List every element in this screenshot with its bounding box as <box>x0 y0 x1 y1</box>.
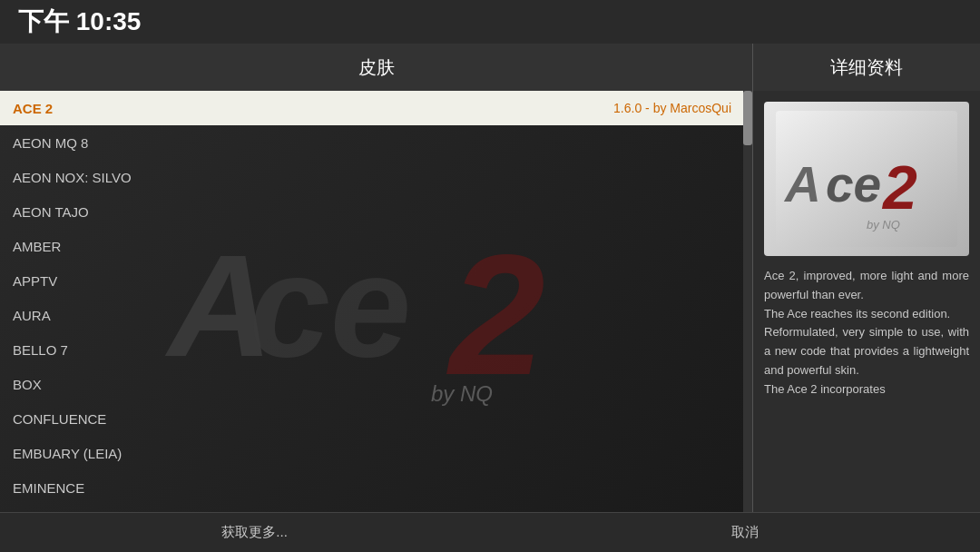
skin-list-item[interactable]: EMBUARY (LEIA) <box>0 436 744 470</box>
skin-item-name: AEON MQ 8 <box>13 135 88 151</box>
skin-list-item[interactable]: BELLO 7 <box>0 332 744 367</box>
skin-list[interactable]: ACE 21.6.0 - by MarcosQuiAEON MQ 8AEON N… <box>0 91 744 512</box>
skin-column-header: 皮肤 <box>0 44 753 91</box>
footer-bar: 获取更多... 取消 <box>0 512 980 552</box>
scrollbar-track[interactable] <box>743 91 752 512</box>
skin-list-item[interactable]: EMINENCE <box>0 470 744 505</box>
skin-list-item[interactable]: BOX <box>0 367 744 401</box>
skin-item-name: APPTV <box>13 273 57 289</box>
content-row: A ce 2 by NQ ACE 21.6.0 - by MarcosQuiAE… <box>0 91 980 512</box>
svg-text:by NQ: by NQ <box>867 218 900 232</box>
skin-list-item[interactable]: APPTV <box>0 263 744 298</box>
skin-item-name: CONFLUENCE <box>13 411 106 427</box>
skin-item-name: BOX <box>13 377 42 392</box>
skin-item-name: EMINENCE <box>13 480 84 496</box>
header-row: 皮肤 详细资料 <box>0 44 980 91</box>
skin-list-item[interactable]: CONFLUENCE <box>0 401 744 436</box>
svg-text:A: A <box>783 156 821 212</box>
left-panel: A ce 2 by NQ ACE 21.6.0 - by MarcosQuiAE… <box>0 91 753 512</box>
get-more-button[interactable]: 获取更多... <box>203 518 306 547</box>
skin-item-name: AMBER <box>13 239 61 254</box>
skin-list-item[interactable]: AEON TAJO <box>0 194 744 229</box>
detail-column-header: 详细资料 <box>753 44 980 91</box>
skin-item-name: BELLO 7 <box>13 342 68 358</box>
skin-list-item[interactable]: AMBER <box>0 229 744 263</box>
detail-thumbnail: A ce 2 by NQ <box>764 102 969 256</box>
cancel-button[interactable]: 取消 <box>713 518 777 547</box>
skin-item-name: ACE 2 <box>13 101 53 116</box>
skin-list-item[interactable]: AEON MQ 8 <box>0 125 744 160</box>
skin-list-item[interactable]: AEON NOX: SILVO <box>0 160 744 194</box>
main-content: 皮肤 详细资料 A ce 2 by NQ <box>0 44 980 512</box>
skin-list-item[interactable]: ESTOUCHY <box>0 505 744 512</box>
skin-item-name: AEON NOX: SILVO <box>13 170 132 185</box>
detail-description: Ace 2, improved, more light and more pow… <box>764 267 969 399</box>
scrollbar-thumb[interactable] <box>743 91 752 145</box>
skin-list-item[interactable]: AURA <box>0 298 744 332</box>
skin-item-version: 1.6.0 - by MarcosQui <box>613 101 731 115</box>
skin-item-name: AURA <box>13 308 51 323</box>
svg-text:ce: ce <box>826 156 881 212</box>
skin-list-item[interactable]: ACE 21.6.0 - by MarcosQui <box>0 91 744 125</box>
skin-item-name: AEON TAJO <box>13 204 89 220</box>
svg-text:2: 2 <box>881 153 917 222</box>
status-bar: 下午 10:35 <box>0 0 980 44</box>
description-text: Ace 2, improved, more light and more pow… <box>764 269 969 396</box>
skin-item-name: EMBUARY (LEIA) <box>13 446 122 461</box>
right-panel: A ce 2 by NQ Ace 2, improved, more light… <box>753 91 980 512</box>
time-display: 下午 10:35 <box>18 5 141 39</box>
